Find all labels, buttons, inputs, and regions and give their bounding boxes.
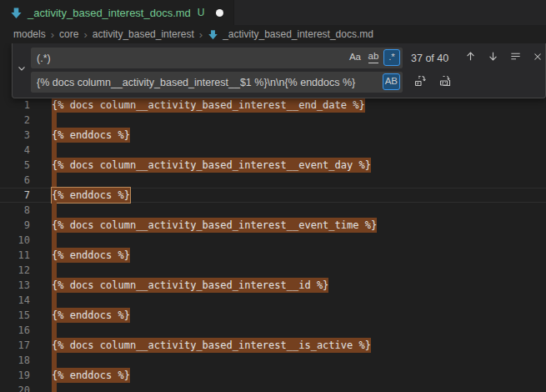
match-case-icon: Aa	[349, 53, 361, 63]
dbt-file-icon	[208, 29, 218, 40]
preserve-case-button[interactable]: AB	[383, 73, 400, 90]
preserve-case-icon: AB	[385, 77, 398, 87]
find-match: {% docs column__activity_based_interest_…	[52, 158, 371, 173]
line-number[interactable]: 14	[0, 293, 30, 308]
breadcrumb-item-file[interactable]: _activity_based_interest_docs.md	[208, 28, 373, 40]
code-line[interactable]: 16	[0, 323, 546, 338]
editor-tab[interactable]: _activity_based_interest_docs.md U	[0, 0, 234, 25]
line-number[interactable]: 17	[0, 338, 30, 353]
line-number[interactable]: 2	[0, 113, 30, 128]
code-line[interactable]: 18	[0, 353, 546, 368]
find-match: {% enddocs %}	[52, 128, 130, 143]
code-line[interactable]: 20	[0, 383, 546, 392]
line-number[interactable]: 3	[0, 128, 30, 143]
line-number[interactable]: 9	[0, 218, 30, 233]
whole-word-button[interactable]: ab	[365, 49, 382, 66]
line-number[interactable]: 4	[0, 143, 30, 158]
code-line[interactable]: 5{% docs column__activity_based_interest…	[0, 158, 546, 173]
next-match-button[interactable]	[483, 49, 502, 68]
close-find-widget-button[interactable]	[528, 49, 546, 68]
find-row: Aa ab .* 37 of 40	[31, 48, 540, 68]
code-line[interactable]: 9{% docs column__activity_based_interest…	[0, 218, 546, 233]
git-status-badge: U	[198, 7, 205, 18]
replace-input[interactable]	[31, 72, 403, 93]
code-area: 1{% docs column__activity_based_interest…	[0, 98, 546, 392]
line-number[interactable]: 1	[0, 98, 30, 113]
breadcrumb-separator-icon: ›	[51, 28, 54, 41]
line-number[interactable]: 11	[0, 248, 30, 263]
chevron-down-icon	[16, 63, 28, 78]
find-match: {% docs column__activity_based_interest_…	[52, 338, 371, 353]
empty-match-highlight	[52, 323, 57, 338]
empty-match-highlight	[52, 293, 57, 308]
find-match: {% docs column__activity_based_interest_…	[52, 278, 328, 293]
find-in-selection-button[interactable]	[506, 49, 524, 68]
code-line[interactable]: 13{% docs column__activity_based_interes…	[0, 278, 546, 293]
breadcrumb-item-activity-based-interest[interactable]: activity_based_interest	[93, 28, 194, 40]
code-line[interactable]: 1{% docs column__activity_based_interest…	[0, 98, 546, 113]
line-number[interactable]: 19	[0, 368, 30, 383]
tab-bar: _activity_based_interest_docs.md U	[0, 0, 546, 25]
breadcrumb-item-models[interactable]: models	[13, 28, 46, 40]
empty-match-highlight	[52, 173, 57, 188]
code-line[interactable]: 14	[0, 293, 546, 308]
empty-match-highlight	[52, 113, 57, 128]
code-line[interactable]: 8	[0, 203, 546, 218]
replace-all-button[interactable]	[436, 73, 454, 92]
replace-button[interactable]	[411, 73, 429, 92]
toggle-replace-button[interactable]	[13, 48, 31, 93]
tab-filename: _activity_based_interest_docs.md	[28, 7, 191, 19]
line-number[interactable]: 20	[0, 383, 30, 392]
code-line[interactable]: 10	[0, 233, 546, 248]
find-match: {% enddocs %}	[52, 308, 130, 323]
code-line[interactable]: 7{% enddocs %}	[0, 188, 546, 203]
arrow-down-icon	[487, 50, 499, 66]
breadcrumb: models › core › activity_based_interest …	[0, 25, 546, 43]
line-number[interactable]: 12	[0, 263, 30, 278]
dbt-file-icon	[10, 7, 23, 19]
selection-lines-icon	[509, 50, 522, 66]
previous-match-button[interactable]	[461, 49, 479, 68]
editor-pane[interactable]: Aa ab .* 37 of 40	[0, 43, 546, 392]
arrow-up-icon	[464, 50, 477, 66]
line-number[interactable]: 6	[0, 173, 30, 188]
empty-match-highlight	[52, 383, 57, 392]
line-number[interactable]: 13	[0, 278, 30, 293]
breadcrumb-item-core[interactable]: core	[59, 28, 78, 40]
code-line[interactable]: 6	[0, 173, 546, 188]
line-number[interactable]: 18	[0, 353, 30, 368]
use-regex-button[interactable]: .*	[383, 49, 400, 66]
line-number[interactable]: 10	[0, 233, 30, 248]
code-line[interactable]: 19{% enddocs %}	[0, 368, 546, 383]
line-number[interactable]: 7	[0, 188, 30, 203]
breadcrumb-separator-icon: ›	[83, 28, 87, 41]
code-line[interactable]: 17{% docs column__activity_based_interes…	[0, 338, 546, 353]
code-line[interactable]: 11{% enddocs %}	[0, 248, 546, 263]
replace-icon	[413, 74, 427, 91]
regex-icon: .*	[388, 53, 395, 63]
line-number[interactable]: 16	[0, 323, 30, 338]
breadcrumb-file-label: _activity_based_interest_docs.md	[223, 28, 373, 40]
empty-match-highlight	[52, 203, 57, 218]
code-line[interactable]: 3{% enddocs %}	[0, 128, 546, 143]
breadcrumb-separator-icon: ›	[199, 28, 203, 41]
unsaved-dot-icon[interactable]	[216, 9, 223, 17]
find-replace-widget: Aa ab .* 37 of 40	[12, 43, 546, 98]
find-match: {% enddocs %}	[52, 248, 130, 263]
line-number[interactable]: 15	[0, 308, 30, 323]
line-number[interactable]: 5	[0, 158, 30, 173]
replace-row: AB	[31, 72, 540, 93]
empty-match-highlight	[52, 263, 57, 278]
line-number[interactable]: 8	[0, 203, 30, 218]
find-match: {% docs column__activity_based_interest_…	[52, 98, 365, 113]
match-count: 37 of 40	[411, 53, 459, 64]
code-line[interactable]: 2	[0, 113, 546, 128]
code-line[interactable]: 15{% enddocs %}	[0, 308, 546, 323]
match-case-button[interactable]: Aa	[347, 49, 363, 66]
code-line[interactable]: 12	[0, 263, 546, 278]
current-find-match: {% enddocs %}	[52, 188, 130, 203]
empty-match-highlight	[52, 233, 57, 248]
find-match: {% docs column__activity_based_interest_…	[52, 218, 377, 233]
empty-match-highlight	[52, 353, 57, 368]
code-line[interactable]: 4	[0, 143, 546, 158]
